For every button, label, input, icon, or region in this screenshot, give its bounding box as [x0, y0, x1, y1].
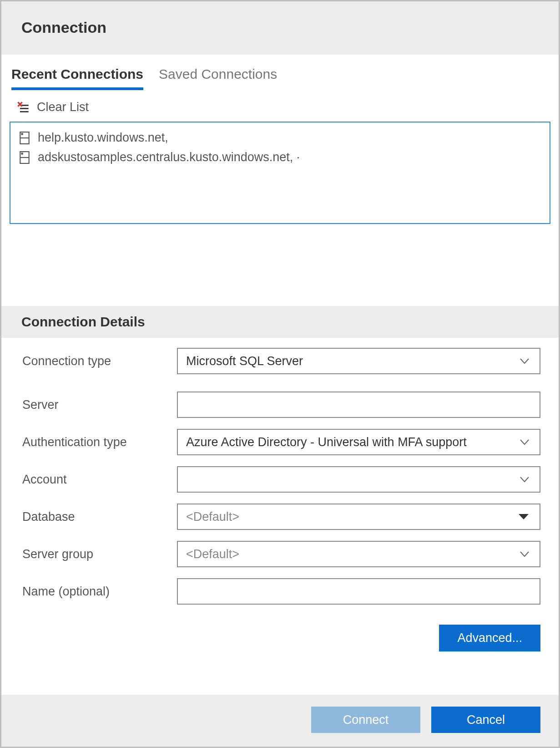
- dropdown-triangle-icon: [519, 514, 529, 519]
- connection-tabs: Recent Connections Saved Connections: [1, 55, 559, 90]
- chevron-down-icon: [520, 358, 530, 364]
- server-group-select[interactable]: <Default>: [177, 541, 540, 567]
- authentication-type-select[interactable]: Azure Active Directory - Universal with …: [177, 429, 540, 455]
- server-icon: [20, 132, 30, 144]
- connection-type-select[interactable]: Microsoft SQL Server: [177, 348, 540, 374]
- label-name-optional: Name (optional): [22, 585, 177, 599]
- connection-details-heading: Connection Details: [1, 306, 559, 338]
- tab-recent-connections[interactable]: Recent Connections: [11, 66, 143, 90]
- connect-button[interactable]: Connect: [311, 707, 420, 733]
- dialog-title: Connection: [21, 19, 559, 36]
- recent-connection-item[interactable]: adskustosamples.centralus.kusto.windows.…: [10, 148, 550, 167]
- server-icon: [20, 151, 30, 164]
- svg-rect-10: [21, 153, 23, 154]
- label-server-group: Server group: [22, 547, 177, 561]
- label-server: Server: [22, 398, 177, 412]
- chevron-down-icon: [520, 476, 530, 483]
- dialog-footer: Connect Cancel: [1, 695, 559, 747]
- cancel-button[interactable]: Cancel: [431, 707, 540, 733]
- clear-list-icon[interactable]: [17, 101, 30, 114]
- authentication-type-value: Azure Active Directory - Universal with …: [186, 435, 467, 449]
- recent-connection-label: help.kusto.windows.net,: [38, 131, 168, 145]
- clear-list-button[interactable]: Clear List: [37, 100, 89, 114]
- server-input[interactable]: [177, 392, 540, 418]
- svg-rect-7: [21, 133, 23, 135]
- recent-connections-list[interactable]: help.kusto.windows.net, adskustosamples.…: [10, 122, 550, 224]
- tab-saved-connections[interactable]: Saved Connections: [159, 66, 277, 90]
- name-optional-input[interactable]: [177, 578, 540, 605]
- account-select[interactable]: [177, 466, 540, 493]
- label-connection-type: Connection type: [22, 354, 177, 368]
- advanced-button[interactable]: Advanced...: [439, 625, 540, 651]
- dialog-header: Connection: [1, 1, 559, 55]
- recent-connection-item[interactable]: help.kusto.windows.net,: [10, 128, 550, 148]
- database-select[interactable]: <Default>: [177, 504, 540, 530]
- server-group-value: <Default>: [186, 547, 239, 561]
- label-database: Database: [22, 510, 177, 524]
- connection-type-value: Microsoft SQL Server: [186, 354, 303, 368]
- connection-dialog: Connection Recent Connections Saved Conn…: [0, 0, 560, 748]
- recent-toolbar: Clear List: [1, 90, 559, 122]
- label-account: Account: [22, 473, 177, 487]
- chevron-down-icon: [520, 551, 530, 557]
- recent-connection-label: adskustosamples.centralus.kusto.windows.…: [38, 150, 300, 164]
- database-value: <Default>: [186, 510, 239, 524]
- chevron-down-icon: [520, 439, 530, 445]
- label-authentication-type: Authentication type: [22, 435, 177, 449]
- connection-details-form: Connection type Microsoft SQL Server Ser…: [1, 338, 559, 620]
